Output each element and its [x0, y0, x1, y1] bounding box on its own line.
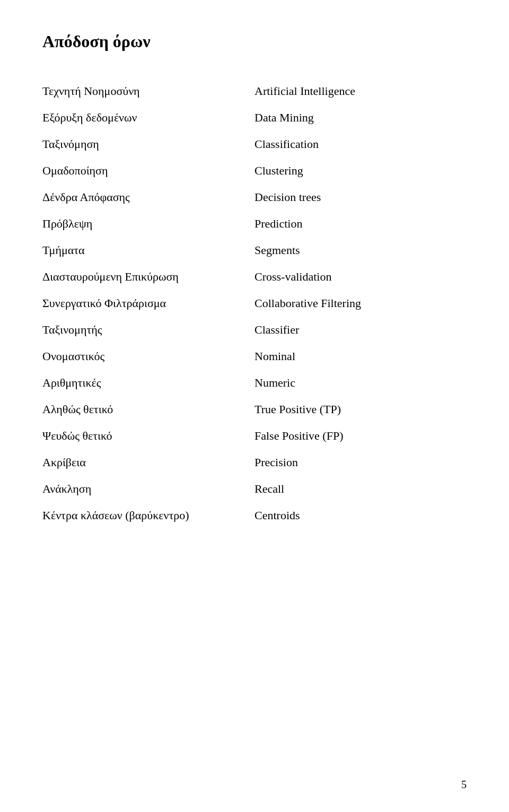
english-term: Artificial Intelligence	[254, 78, 467, 104]
english-term: False Positive (FP)	[254, 423, 467, 449]
table-row: Συνεργατικό ΦιλτράρισμαCollaborative Fil…	[42, 290, 467, 317]
page-number: 5	[461, 779, 467, 791]
table-row: ΑκρίβειαPrecision	[42, 449, 467, 476]
english-term: Prediction	[254, 211, 467, 237]
english-term: Cross-validation	[254, 264, 467, 290]
table-row: Δένδρα ΑπόφασηςDecision trees	[42, 184, 467, 211]
table-row: ΟνομαστικόςNominal	[42, 343, 467, 370]
greek-term: Ταξινόμηση	[42, 131, 254, 158]
table-row: ΤαξινομητήςClassifier	[42, 317, 467, 343]
table-row: Κέντρα κλάσεων (βαρύκεντρο)Centroids	[42, 502, 467, 529]
english-term: Clustering	[254, 158, 467, 184]
table-row: Τεχνητή ΝοημοσύνηArtificial Intelligence	[42, 78, 467, 104]
table-row: ΠρόβλεψηPrediction	[42, 211, 467, 237]
table-row: ΑριθμητικέςNumeric	[42, 370, 467, 396]
greek-term: Πρόβλεψη	[42, 211, 254, 237]
table-row: ΤαξινόμησηClassification	[42, 131, 467, 158]
english-term: Collaborative Filtering	[254, 290, 467, 317]
greek-term: Κέντρα κλάσεων (βαρύκεντρο)	[42, 502, 254, 529]
english-term: Numeric	[254, 370, 467, 396]
terms-table: Τεχνητή ΝοημοσύνηArtificial Intelligence…	[42, 78, 467, 529]
greek-term: Ακρίβεια	[42, 449, 254, 476]
greek-term: Ταξινομητής	[42, 317, 254, 343]
english-term: Recall	[254, 476, 467, 502]
english-term: Precision	[254, 449, 467, 476]
greek-term: Ψευδώς θετικό	[42, 423, 254, 449]
english-term: Segments	[254, 237, 467, 264]
table-row: ΑνάκλησηRecall	[42, 476, 467, 502]
greek-term: Εξόρυξη δεδομένων	[42, 104, 254, 131]
english-term: Decision trees	[254, 184, 467, 211]
table-row: Ψευδώς θετικόFalse Positive (FP)	[42, 423, 467, 449]
english-term: Classifier	[254, 317, 467, 343]
greek-term: Αληθώς θετικό	[42, 396, 254, 423]
greek-term: Ομαδοποίηση	[42, 158, 254, 184]
table-row: Εξόρυξη δεδομένωνData Mining	[42, 104, 467, 131]
greek-term: Διασταυρούμενη Επικύρωση	[42, 264, 254, 290]
english-term: Classification	[254, 131, 467, 158]
greek-term: Τεχνητή Νοημοσύνη	[42, 78, 254, 104]
english-term: Data Mining	[254, 104, 467, 131]
table-row: Αληθώς θετικόTrue Positive (TP)	[42, 396, 467, 423]
page-title: Απόδοση όρων	[42, 32, 467, 51]
greek-term: Δένδρα Απόφασης	[42, 184, 254, 211]
greek-term: Συνεργατικό Φιλτράρισμα	[42, 290, 254, 317]
table-row: Διασταυρούμενη ΕπικύρωσηCross-validation	[42, 264, 467, 290]
greek-term: Ονομαστικός	[42, 343, 254, 370]
table-row: ΤμήματαSegments	[42, 237, 467, 264]
english-term: Centroids	[254, 502, 467, 529]
english-term: Nominal	[254, 343, 467, 370]
greek-term: Αριθμητικές	[42, 370, 254, 396]
greek-term: Τμήματα	[42, 237, 254, 264]
table-row: ΟμαδοποίησηClustering	[42, 158, 467, 184]
english-term: True Positive (TP)	[254, 396, 467, 423]
greek-term: Ανάκληση	[42, 476, 254, 502]
